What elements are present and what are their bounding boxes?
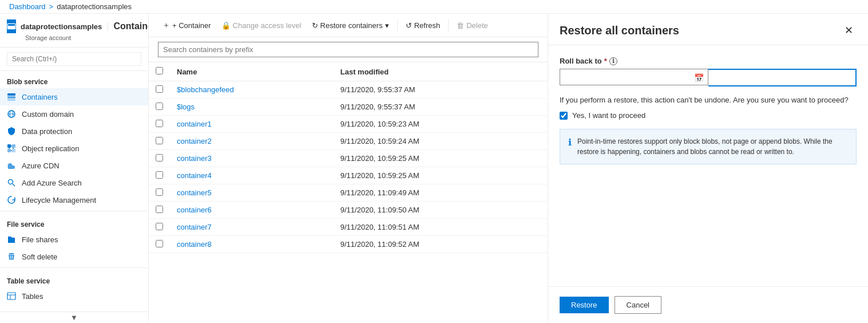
- row-checkbox-cell: [149, 236, 170, 251]
- row-checkbox[interactable]: [156, 223, 163, 230]
- row-checkbox[interactable]: [156, 171, 163, 179]
- svg-rect-3: [7, 96, 15, 99]
- container-modified-cell: 9/11/2020, 11:09:51 AM: [334, 219, 548, 236]
- top-bar: Dashboard > dataprotectionsamples: [0, 0, 868, 14]
- container-name-link[interactable]: container8: [177, 240, 212, 249]
- svg-rect-11: [12, 149, 15, 152]
- search-input[interactable]: [7, 52, 141, 66]
- container-modified-cell: 9/11/2020, 11:09:49 AM: [334, 184, 548, 202]
- breadcrumb-separator: >: [49, 2, 54, 11]
- row-checkbox-cell: [149, 99, 170, 114]
- container-name-link[interactable]: container5: [177, 188, 212, 197]
- storage-account-label: Storage account: [25, 34, 141, 41]
- info-box: ℹ Point-in-time restores support only bl…: [560, 129, 857, 164]
- row-checkbox[interactable]: [156, 154, 163, 162]
- container-modified-cell: 9/11/2020, 11:09:52 AM: [334, 236, 548, 253]
- container-modified-cell: 9/11/2020, 11:09:50 AM: [334, 202, 548, 219]
- container-modified-cell: 9/11/2020, 10:59:24 AM: [334, 133, 548, 150]
- containers-table-body: $blobchangefeed 9/11/2020, 9:55:37 AM $l…: [149, 81, 548, 253]
- sidebar-item-file-shares[interactable]: File shares: [0, 231, 148, 248]
- container-name-link[interactable]: container1: [177, 120, 212, 128]
- row-checkbox[interactable]: [156, 85, 163, 93]
- roll-back-info-icon[interactable]: ℹ: [609, 57, 617, 65]
- sidebar-item-add-azure-search[interactable]: Add Azure Search: [0, 174, 148, 191]
- svg-line-13: [13, 184, 15, 186]
- restore-button[interactable]: Restore: [560, 297, 609, 313]
- cancel-button[interactable]: Cancel: [615, 296, 661, 314]
- proceed-checkbox[interactable]: [560, 112, 568, 120]
- sidebar-item-containers[interactable]: Containers: [0, 88, 148, 105]
- row-checkbox[interactable]: [156, 137, 163, 144]
- sidebar-scroll-down[interactable]: ▼: [0, 312, 148, 323]
- container-name-link[interactable]: container7: [177, 223, 212, 231]
- container-name-link[interactable]: $blobchangefeed: [177, 85, 234, 94]
- delete-button[interactable]: 🗑 Delete: [452, 18, 493, 33]
- table-row: container3 9/11/2020, 10:59:25 AM: [149, 150, 548, 167]
- row-checkbox-cell: [149, 81, 170, 97]
- add-container-button[interactable]: ＋ + Container: [158, 17, 216, 33]
- sidebar-item-soft-delete[interactable]: Soft delete: [0, 248, 148, 265]
- row-checkbox[interactable]: [156, 188, 163, 196]
- info-circle-icon: ℹ: [568, 137, 572, 157]
- sidebar-item-azure-cdn[interactable]: Azure CDN: [0, 157, 148, 174]
- search-bar: [149, 37, 548, 62]
- row-checkbox[interactable]: [156, 103, 163, 110]
- date-input[interactable]: 09/11/2020: [560, 69, 708, 85]
- panel-body: Roll back to * ℹ 09/11/2020 📅 11:15:00 A…: [548, 45, 868, 286]
- object-replication-icon: [7, 144, 16, 153]
- container-name-link[interactable]: container2: [177, 137, 212, 145]
- time-input[interactable]: 11:15:00 AM: [708, 69, 857, 86]
- container-name-cell: container7: [170, 219, 334, 236]
- sidebar: dataprotectionsamples | Containers Stora…: [0, 14, 149, 323]
- breadcrumb-dashboard[interactable]: Dashboard: [9, 2, 46, 11]
- time-input-wrapper: 11:15:00 AM: [708, 69, 857, 86]
- sidebar-item-data-protection[interactable]: Data protection: [0, 123, 148, 140]
- lock-icon: 🔒: [221, 21, 231, 30]
- sidebar-item-object-replication[interactable]: Object replication: [0, 140, 148, 157]
- row-checkbox-cell: [149, 167, 170, 183]
- refresh-button[interactable]: ↺ Refresh: [401, 18, 445, 33]
- select-all-checkbox[interactable]: [156, 67, 163, 74]
- table-row: container4 9/11/2020, 10:59:25 AM: [149, 167, 548, 184]
- blob-service-label: Blob service: [0, 71, 148, 88]
- sidebar-item-tables[interactable]: Tables: [0, 287, 148, 305]
- calendar-icon: 📅: [694, 73, 704, 82]
- change-access-button[interactable]: 🔒 Change access level: [217, 18, 306, 33]
- table-service-section: Table service Tables: [0, 270, 148, 305]
- azure-cdn-label: Azure CDN: [22, 162, 60, 170]
- breadcrumb-current: dataprotectionsamples: [57, 2, 132, 11]
- container-name-link[interactable]: container3: [177, 154, 212, 163]
- container-name-link[interactable]: container4: [177, 171, 212, 180]
- name-column-header: Name: [170, 62, 334, 81]
- select-all-header: [149, 62, 170, 81]
- sidebar-item-lifecycle-management[interactable]: Lifecycle Management: [0, 191, 148, 208]
- containers-table-container: Name Last modified $blobchangefeed 9/11/…: [149, 62, 548, 323]
- main-title: dataprotectionsamples: [21, 22, 102, 31]
- title-separator: |: [106, 21, 109, 31]
- container-name-link[interactable]: container6: [177, 206, 212, 214]
- container-modified-cell: 9/11/2020, 9:55:37 AM: [334, 81, 548, 99]
- content-area: ＋ + Container 🔒 Change access level ↺ Re…: [149, 14, 548, 323]
- row-checkbox-cell: [149, 150, 170, 166]
- restore-containers-button[interactable]: ↺ Restore containers ▾: [307, 18, 394, 33]
- table-row: container8 9/11/2020, 11:09:52 AM: [149, 236, 548, 253]
- row-checkbox[interactable]: [156, 240, 163, 247]
- container-modified-cell: 9/11/2020, 10:59:25 AM: [334, 150, 548, 167]
- container-modified-cell: 9/11/2020, 10:59:23 AM: [334, 116, 548, 133]
- panel-close-button[interactable]: ✕: [841, 23, 857, 38]
- info-box-text: Point-in-time restores support only bloc…: [577, 136, 848, 157]
- add-icon: ＋: [162, 20, 170, 30]
- custom-domain-label: Custom domain: [22, 110, 74, 119]
- row-checkbox-cell: [149, 219, 170, 234]
- row-checkbox[interactable]: [156, 120, 163, 127]
- container-search-input[interactable]: [158, 42, 538, 57]
- container-name-link[interactable]: $logs: [177, 103, 195, 111]
- sidebar-item-custom-domain[interactable]: Custom domain: [0, 105, 148, 123]
- file-shares-icon: [7, 235, 16, 244]
- container-modified-cell: 9/11/2020, 9:55:37 AM: [334, 99, 548, 116]
- row-checkbox[interactable]: [156, 206, 163, 213]
- file-service-section: File service File shares Soft delete: [0, 214, 148, 265]
- toolbar-divider-2: [448, 18, 449, 32]
- svg-rect-14: [9, 253, 14, 254]
- refresh-icon: ↺: [406, 21, 412, 30]
